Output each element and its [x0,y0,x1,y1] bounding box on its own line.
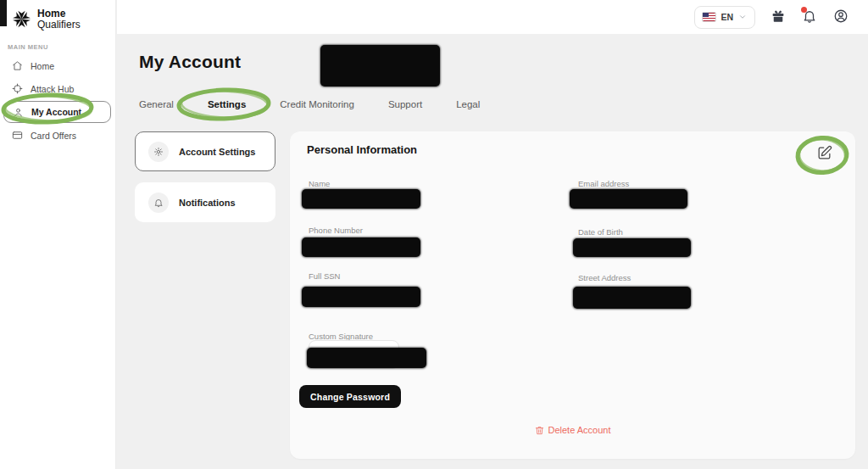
redaction-email-value [570,189,687,209]
field-label-dob: Date of Birth [578,227,623,237]
logo-text: Home Qualifiers [37,8,81,31]
subnav-item-label: Notifications [179,198,236,208]
delete-account-link[interactable]: Delete Account [290,425,855,435]
sidebar-item-my-account[interactable]: My Account [3,101,111,123]
panel-title: Personal Information [307,143,417,156]
delete-account-label: Delete Account [548,425,611,435]
gift-button[interactable] [770,8,787,25]
field-label-email: Email address [578,179,629,188]
topbar: EN [117,0,868,34]
edit-button[interactable] [815,145,832,162]
user-circle-icon [833,8,849,24]
subnav-item-label: Account Settings [179,147,255,157]
personal-information-panel: Personal Information Name Email address … [290,131,855,459]
logo-text-line2: Qualifiers [37,20,81,31]
tab-legal[interactable]: Legal [456,99,480,109]
settings-subnav: Account Settings Notifications [135,131,275,459]
chevron-down-icon [738,13,747,21]
redaction-ssn-value [302,287,420,307]
field-label-street: Street Address [578,273,631,282]
tab-support[interactable]: Support [388,99,422,109]
sidebar-item-attack-hub[interactable]: Attack Hub [0,77,115,100]
page-title: My Account [139,52,241,72]
logo-asterisk-icon [10,8,33,31]
notifications-button[interactable] [801,8,818,25]
gear-icon [153,147,164,157]
sidebar-item-card-offers[interactable]: Card Offers [0,124,115,147]
sidebar-item-label: Home [31,61,54,71]
redaction-phone-value [302,237,420,257]
tab-general[interactable]: General [139,99,174,109]
language-selector[interactable]: EN [694,6,755,29]
main-content: My Account General Settings Credit Monit… [117,34,868,469]
redaction-name-value [302,189,420,209]
sidebar: Home Qualifiers MAIN MENU Home Attack Hu… [0,0,116,469]
redaction-street-value [573,287,691,309]
tab-credit-monitoring[interactable]: Credit Monitoring [280,99,354,109]
subnav-item-notifications[interactable]: Notifications [135,182,275,222]
trash-icon [535,426,544,435]
sidebar-item-label: Attack Hub [31,84,74,94]
logo[interactable]: Home Qualifiers [0,0,115,31]
edit-icon [816,145,832,161]
field-label-name: Name [309,179,330,188]
bell-icon [153,198,164,208]
subnav-item-account-settings[interactable]: Account Settings [135,131,275,171]
user-icon [13,107,24,118]
redaction-account-header-value [320,45,440,87]
credit-card-icon [12,130,23,141]
settings-content: Account Settings Notifications Personal … [135,131,855,459]
logo-text-line1: Home [37,8,81,20]
sidebar-section-label: MAIN MENU [8,43,115,51]
redaction-dob-value [573,238,691,257]
gift-icon [771,8,786,24]
sidebar-nav: Home Attack Hub My Account Card Offers [0,54,115,147]
sidebar-item-label: Card Offers [31,131,76,141]
account-button[interactable] [832,8,849,25]
tab-bar: General Settings Credit Monitoring Suppo… [139,99,480,109]
field-label-phone: Phone Number [309,226,363,235]
left-edge-bar [0,0,7,26]
language-code: EN [721,12,733,22]
tab-settings[interactable]: Settings [208,99,246,109]
home-icon [12,60,23,71]
sidebar-item-label: My Account [31,107,81,117]
change-password-button[interactable]: Change Password [299,385,401,408]
notification-dot [801,7,807,13]
sidebar-item-home[interactable]: Home [0,54,115,77]
field-label-ssn: Full SSN [309,271,340,281]
redaction-signature-value [307,348,426,368]
us-flag-icon [703,13,715,21]
crosshair-icon [12,83,23,94]
